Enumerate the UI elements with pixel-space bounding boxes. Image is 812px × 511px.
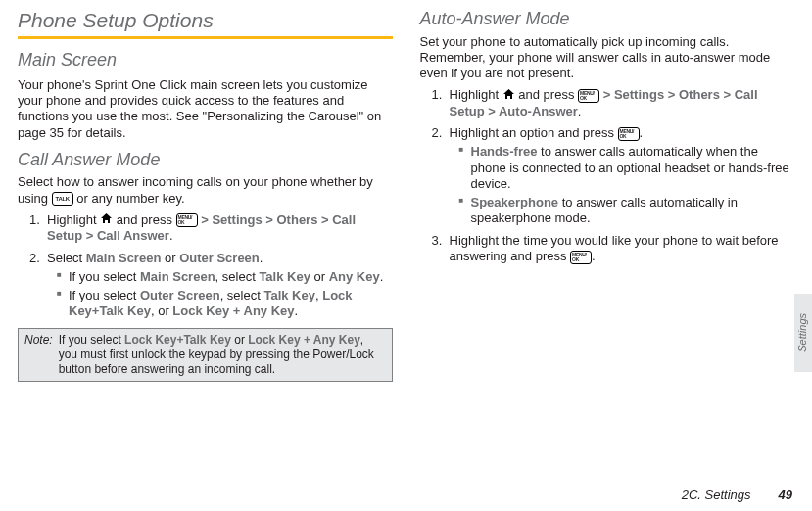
right-column: Auto-Answer Mode Set your phone to autom… [420, 8, 795, 382]
auto-answer-steps: 1. Highlight and press MENU/ OK > Settin… [420, 87, 795, 264]
auto-answer-heading: Auto-Answer Mode [420, 8, 795, 30]
call-answer-steps: 1. Highlight and press MENU/ OK > Settin… [18, 212, 393, 320]
talk-icon: TALK [52, 192, 73, 206]
step-2: 2. Select Main Screen or Outer Screen. I… [33, 251, 393, 320]
heading-underline [18, 36, 393, 39]
step-2-option-main: If you select Main Screen, select Talk K… [69, 269, 393, 285]
note-text: If you select Lock Key+Talk Key or Lock … [59, 333, 386, 377]
left-column: Phone Setup Options Main Screen Your pho… [18, 8, 393, 382]
phone-setup-heading: Phone Setup Options [18, 8, 393, 33]
footer-page-number: 49 [779, 488, 792, 503]
step-1: 1. Highlight and press MENU/ OK > Settin… [33, 212, 393, 245]
home-icon [100, 212, 113, 228]
footer-section: 2C. Settings [682, 488, 751, 503]
home-icon [502, 88, 515, 104]
page-footer: 2C. Settings 49 [682, 488, 792, 503]
step-2-options: If you select Main Screen, select Talk K… [47, 269, 393, 320]
side-tab-label: Settings [796, 313, 810, 352]
menu-ok-icon: MENU/ OK [578, 89, 599, 103]
note-box: Note: If you select Lock Key+Talk Key or… [18, 328, 393, 382]
call-answer-heading: Call Answer Mode [18, 149, 393, 171]
main-screen-heading: Main Screen [18, 49, 393, 71]
menu-ok-icon: MENU/ OK [176, 213, 198, 227]
main-screen-paragraph: Your phone's Sprint One Click main scree… [18, 77, 393, 141]
auto-option-speakerphone: Speakerphone to answer calls automatical… [471, 195, 795, 227]
step-2-option-outer: If you select Outer Screen, select Talk … [69, 288, 393, 320]
call-answer-paragraph: Select how to answer incoming calls on y… [18, 174, 393, 207]
menu-ok-icon: MENU/ OK [618, 127, 640, 141]
auto-step-2-options: Hands-free to answer calls automatically… [450, 144, 795, 226]
auto-answer-paragraph: Set your phone to automatically pick up … [420, 34, 795, 82]
auto-option-handsfree: Hands-free to answer calls automatically… [471, 144, 795, 192]
menu-ok-icon: MENU/ OK [570, 251, 592, 264]
auto-step-3: 3. Highlight the time you would like you… [436, 233, 795, 265]
note-label: Note: [24, 333, 53, 377]
side-tab: Settings [794, 294, 812, 372]
auto-step-2: 2. Highlight an option and press MENU/ O… [436, 125, 795, 227]
auto-step-1: 1. Highlight and press MENU/ OK > Settin… [436, 87, 795, 119]
